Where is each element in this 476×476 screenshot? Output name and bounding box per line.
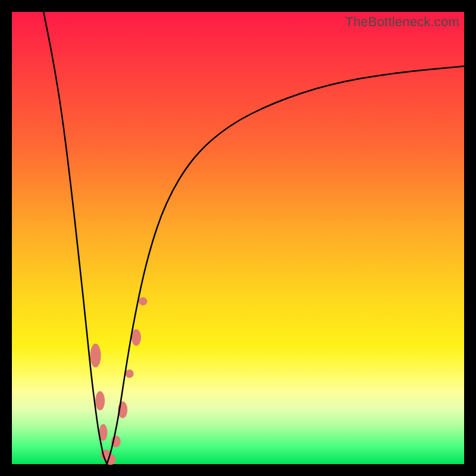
plot-area: TheBottleneck.com: [12, 12, 464, 464]
marker-right-dot-2: [139, 297, 147, 305]
curve-layer: [12, 12, 464, 464]
marker-right-cap-3: [131, 329, 141, 346]
marker-left-cap-2: [95, 392, 105, 411]
chart-frame: TheBottleneck.com: [0, 0, 476, 476]
right-curve: [107, 66, 464, 464]
marker-right-dot-1: [126, 369, 134, 378]
markers-group: [90, 297, 148, 465]
marker-left-cap-1: [90, 344, 101, 368]
